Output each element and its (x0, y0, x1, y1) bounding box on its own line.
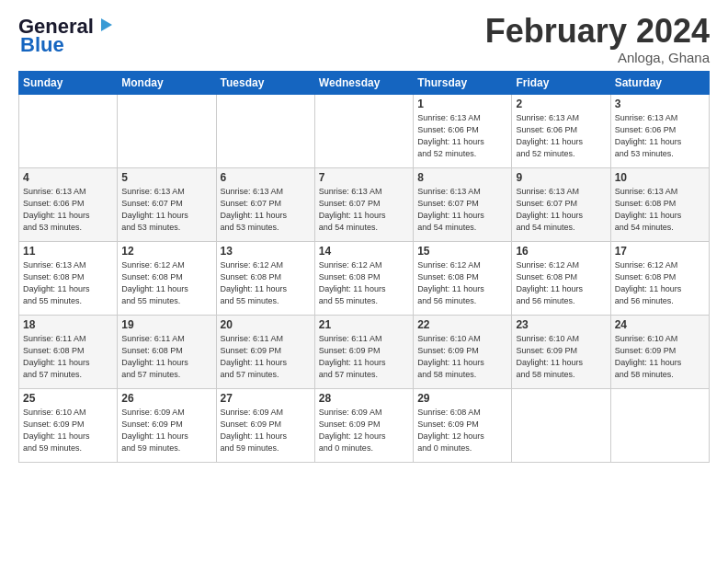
day-info: Sunrise: 6:13 AM Sunset: 6:06 PM Dayligh… (615, 112, 705, 160)
day-info: Sunrise: 6:10 AM Sunset: 6:09 PM Dayligh… (23, 407, 113, 454)
table-row: 11Sunrise: 6:13 AM Sunset: 6:08 PM Dayli… (19, 242, 118, 316)
day-number: 27 (221, 392, 311, 405)
day-info: Sunrise: 6:09 AM Sunset: 6:09 PM Dayligh… (121, 407, 211, 454)
col-saturday: Saturday (610, 72, 709, 95)
day-info: Sunrise: 6:12 AM Sunset: 6:08 PM Dayligh… (121, 259, 211, 307)
svg-marker-0 (101, 18, 112, 31)
col-sunday: Sunday (19, 72, 118, 95)
day-number: 13 (221, 245, 311, 258)
day-number: 28 (319, 392, 409, 405)
day-number: 21 (319, 318, 409, 331)
day-number: 17 (615, 245, 705, 258)
day-number: 9 (516, 171, 606, 184)
col-tuesday: Tuesday (216, 72, 314, 95)
table-row: 16Sunrise: 6:12 AM Sunset: 6:08 PM Dayli… (512, 242, 610, 316)
table-row (512, 389, 610, 463)
day-number: 26 (121, 392, 211, 405)
table-row (19, 95, 118, 168)
title-block: February 2024 Anloga, Ghana (485, 15, 710, 65)
table-row: 3Sunrise: 6:13 AM Sunset: 6:06 PM Daylig… (610, 95, 709, 168)
table-row: 18Sunrise: 6:11 AM Sunset: 6:08 PM Dayli… (19, 316, 118, 389)
day-number: 24 (615, 318, 705, 331)
table-row: 26Sunrise: 6:09 AM Sunset: 6:09 PM Dayli… (118, 389, 216, 463)
table-row: 6Sunrise: 6:13 AM Sunset: 6:07 PM Daylig… (216, 168, 314, 242)
month-title: February 2024 (485, 15, 710, 48)
location: Anloga, Ghana (485, 50, 710, 65)
day-number: 7 (319, 171, 409, 184)
day-number: 6 (221, 171, 311, 184)
day-info: Sunrise: 6:08 AM Sunset: 6:09 PM Dayligh… (417, 407, 507, 454)
table-row: 2Sunrise: 6:13 AM Sunset: 6:06 PM Daylig… (512, 95, 610, 168)
day-number: 23 (516, 318, 606, 331)
day-number: 5 (121, 171, 211, 184)
day-number: 16 (516, 245, 606, 258)
day-info: Sunrise: 6:13 AM Sunset: 6:07 PM Dayligh… (417, 186, 507, 234)
day-info: Sunrise: 6:11 AM Sunset: 6:08 PM Dayligh… (121, 333, 211, 381)
table-row: 29Sunrise: 6:08 AM Sunset: 6:09 PM Dayli… (414, 389, 512, 463)
table-row: 1Sunrise: 6:13 AM Sunset: 6:06 PM Daylig… (414, 95, 512, 168)
day-number: 10 (615, 171, 705, 184)
table-row: 8Sunrise: 6:13 AM Sunset: 6:07 PM Daylig… (414, 168, 512, 242)
day-number: 8 (417, 171, 507, 184)
table-row (216, 95, 314, 168)
table-row: 15Sunrise: 6:12 AM Sunset: 6:08 PM Dayli… (414, 242, 512, 316)
table-row: 13Sunrise: 6:12 AM Sunset: 6:08 PM Dayli… (216, 242, 314, 316)
day-info: Sunrise: 6:13 AM Sunset: 6:07 PM Dayligh… (516, 186, 606, 234)
logo-blue: Blue (20, 33, 64, 57)
table-row (118, 95, 216, 168)
day-info: Sunrise: 6:13 AM Sunset: 6:07 PM Dayligh… (121, 186, 211, 234)
table-row: 22Sunrise: 6:10 AM Sunset: 6:09 PM Dayli… (414, 316, 512, 389)
header-row: Sunday Monday Tuesday Wednesday Thursday… (19, 72, 710, 95)
table-row: 10Sunrise: 6:13 AM Sunset: 6:08 PM Dayli… (610, 168, 709, 242)
table-row: 14Sunrise: 6:12 AM Sunset: 6:08 PM Dayli… (314, 242, 413, 316)
day-info: Sunrise: 6:13 AM Sunset: 6:08 PM Dayligh… (615, 186, 705, 234)
day-info: Sunrise: 6:12 AM Sunset: 6:08 PM Dayligh… (615, 259, 705, 307)
table-row (314, 95, 413, 168)
logo-icon (96, 15, 116, 35)
day-number: 1 (417, 98, 507, 110)
day-info: Sunrise: 6:11 AM Sunset: 6:09 PM Dayligh… (319, 333, 409, 381)
table-row: 5Sunrise: 6:13 AM Sunset: 6:07 PM Daylig… (118, 168, 216, 242)
table-row: 4Sunrise: 6:13 AM Sunset: 6:06 PM Daylig… (19, 168, 118, 242)
day-info: Sunrise: 6:10 AM Sunset: 6:09 PM Dayligh… (417, 333, 507, 381)
day-number: 20 (221, 318, 311, 331)
day-info: Sunrise: 6:13 AM Sunset: 6:06 PM Dayligh… (516, 112, 606, 160)
col-friday: Friday (512, 72, 610, 95)
day-number: 25 (23, 392, 113, 405)
calendar-table: Sunday Monday Tuesday Wednesday Thursday… (18, 71, 710, 463)
day-number: 2 (516, 98, 606, 110)
col-wednesday: Wednesday (314, 72, 413, 95)
day-number: 18 (23, 318, 113, 331)
day-number: 19 (121, 318, 211, 331)
table-row: 9Sunrise: 6:13 AM Sunset: 6:07 PM Daylig… (512, 168, 610, 242)
table-row: 25Sunrise: 6:10 AM Sunset: 6:09 PM Dayli… (19, 389, 118, 463)
day-number: 22 (417, 318, 507, 331)
day-info: Sunrise: 6:10 AM Sunset: 6:09 PM Dayligh… (516, 333, 606, 381)
day-number: 29 (417, 392, 507, 405)
logo: General Blue (18, 15, 116, 57)
table-row: 27Sunrise: 6:09 AM Sunset: 6:09 PM Dayli… (216, 389, 314, 463)
day-info: Sunrise: 6:09 AM Sunset: 6:09 PM Dayligh… (221, 407, 311, 454)
table-row: 28Sunrise: 6:09 AM Sunset: 6:09 PM Dayli… (314, 389, 413, 463)
page-header: General Blue February 2024 Anloga, Ghana (18, 15, 710, 65)
day-number: 3 (615, 98, 705, 110)
day-info: Sunrise: 6:11 AM Sunset: 6:09 PM Dayligh… (221, 333, 311, 381)
day-number: 15 (417, 245, 507, 258)
day-info: Sunrise: 6:12 AM Sunset: 6:08 PM Dayligh… (319, 259, 409, 307)
table-row: 21Sunrise: 6:11 AM Sunset: 6:09 PM Dayli… (314, 316, 413, 389)
day-info: Sunrise: 6:13 AM Sunset: 6:07 PM Dayligh… (221, 186, 311, 234)
table-row: 12Sunrise: 6:12 AM Sunset: 6:08 PM Dayli… (118, 242, 216, 316)
day-info: Sunrise: 6:12 AM Sunset: 6:08 PM Dayligh… (221, 259, 311, 307)
table-row: 23Sunrise: 6:10 AM Sunset: 6:09 PM Dayli… (512, 316, 610, 389)
day-number: 4 (23, 171, 113, 184)
day-number: 14 (319, 245, 409, 258)
day-info: Sunrise: 6:09 AM Sunset: 6:09 PM Dayligh… (319, 407, 409, 454)
day-info: Sunrise: 6:13 AM Sunset: 6:06 PM Dayligh… (23, 186, 113, 234)
table-row: 24Sunrise: 6:10 AM Sunset: 6:09 PM Dayli… (610, 316, 709, 389)
day-info: Sunrise: 6:12 AM Sunset: 6:08 PM Dayligh… (417, 259, 507, 307)
day-info: Sunrise: 6:11 AM Sunset: 6:08 PM Dayligh… (23, 333, 113, 381)
day-info: Sunrise: 6:10 AM Sunset: 6:09 PM Dayligh… (615, 333, 705, 381)
day-info: Sunrise: 6:13 AM Sunset: 6:07 PM Dayligh… (319, 186, 409, 234)
table-row: 7Sunrise: 6:13 AM Sunset: 6:07 PM Daylig… (314, 168, 413, 242)
col-monday: Monday (118, 72, 216, 95)
